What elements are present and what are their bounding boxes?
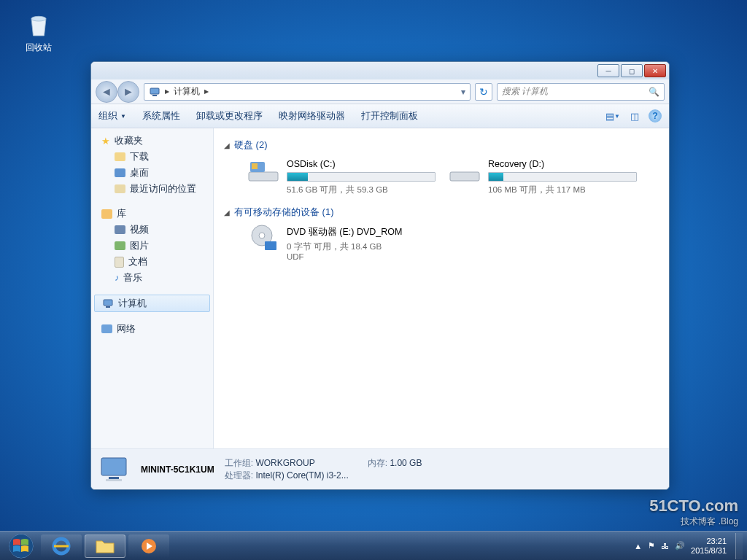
- drive-status: 106 MB 可用，共 117 MB: [488, 184, 637, 195]
- sidebar-item-desktop[interactable]: 桌面: [94, 165, 210, 181]
- capacity-bar: [488, 172, 637, 182]
- sidebar-item-network[interactable]: 网络: [94, 321, 210, 337]
- recent-icon: [115, 184, 125, 193]
- svg-rect-2: [152, 95, 157, 96]
- wmp-icon: [140, 537, 158, 555]
- sidebar-item-videos[interactable]: 视频: [94, 222, 210, 238]
- hdd-icon: [449, 159, 481, 184]
- drive-status: 0 字节 可用，共 18.4 GB: [287, 241, 431, 252]
- action-center-icon[interactable]: ⚑: [648, 541, 655, 551]
- drive-filesystem: UDF: [287, 252, 431, 261]
- volume-icon[interactable]: 🔊: [675, 541, 685, 551]
- taskbar-ie[interactable]: [41, 534, 82, 558]
- organize-menu[interactable]: 组织 ▼: [98, 110, 126, 122]
- category-hard-disks[interactable]: ◢硬盘 (2): [224, 139, 659, 152]
- sidebar-item-recent[interactable]: 最近访问的位置: [94, 181, 210, 197]
- breadcrumb[interactable]: ▶ 计算机 ▶ ▾: [144, 83, 471, 101]
- navigation-pane: ★收藏夹 下载 桌面 最近访问的位置 库 视频 图片 文档 ♪音乐 计算机 网络: [91, 128, 214, 448]
- music-icon: ♪: [115, 273, 119, 283]
- breadcrumb-dropdown-icon[interactable]: ▾: [461, 87, 465, 97]
- folder-icon: [95, 538, 115, 554]
- tray-chevron-icon[interactable]: ▲: [634, 542, 642, 551]
- help-button[interactable]: ?: [649, 109, 662, 122]
- svg-rect-3: [104, 300, 112, 306]
- breadcrumb-text: 计算机: [174, 85, 200, 98]
- category-removable[interactable]: ◢有可移动存储的设备 (1): [224, 206, 659, 219]
- desktop-icon-label: 回收站: [13, 42, 64, 54]
- nav-back-button[interactable]: ◄: [96, 81, 117, 103]
- sidebar-item-downloads[interactable]: 下载: [94, 149, 210, 165]
- sidebar-item-music[interactable]: ♪音乐: [94, 270, 210, 286]
- drive-name: Recovery (D:): [488, 159, 637, 169]
- sidebar-item-libraries[interactable]: 库: [94, 206, 210, 222]
- watermark: 51CTO.com 技术博客 .Blog: [649, 497, 738, 528]
- window-titlebar: ─ ◻ ✕: [91, 62, 669, 79]
- nav-forward-button[interactable]: ►: [117, 81, 139, 103]
- sidebar-item-documents[interactable]: 文档: [94, 254, 210, 270]
- map-network-drive-button[interactable]: 映射网络驱动器: [279, 110, 345, 122]
- desktop-icon-recycle-bin[interactable]: 回收站: [13, 10, 64, 54]
- close-button[interactable]: ✕: [644, 64, 666, 77]
- recycle-bin-icon: [24, 10, 53, 39]
- windows-logo-icon: [9, 534, 34, 559]
- svg-rect-8: [450, 172, 479, 181]
- drive-name: DVD 驱动器 (E:) DVD_ROM: [287, 226, 431, 238]
- drive-e-dvd[interactable]: DVD 驱动器 (E:) DVD_ROM 0 字节 可用，共 18.4 GB U…: [247, 226, 431, 261]
- computer-icon: [102, 298, 114, 309]
- desktop-icon: [115, 168, 125, 177]
- view-mode-button[interactable]: ▤▼: [605, 108, 621, 124]
- show-desktop-button[interactable]: [735, 533, 743, 559]
- sidebar-item-pictures[interactable]: 图片: [94, 238, 210, 254]
- taskbar-clock[interactable]: 23:21 2015/8/31: [691, 537, 727, 556]
- start-button[interactable]: [4, 533, 38, 559]
- svg-point-0: [31, 16, 46, 21]
- taskbar: ▲ ⚑ 🖧 🔊 23:21 2015/8/31: [0, 531, 747, 560]
- document-icon: [115, 257, 124, 268]
- system-tray[interactable]: ▲ ⚑ 🖧 🔊 23:21 2015/8/31: [634, 533, 743, 559]
- explorer-window: ─ ◻ ✕ ◄ ► ▶ 计算机 ▶ ▾ ↻ 搜索 计算机 🔍 组织 ▼ 系统属性…: [90, 61, 670, 490]
- uninstall-programs-button[interactable]: 卸载或更改程序: [196, 110, 263, 122]
- search-box[interactable]: 搜索 计算机 🔍: [497, 83, 665, 101]
- svg-rect-1: [150, 88, 159, 94]
- taskbar-media-player[interactable]: [128, 534, 169, 558]
- breadcrumb-sep: ▶: [165, 88, 169, 95]
- svg-rect-13: [109, 477, 119, 479]
- star-icon: ★: [101, 136, 110, 147]
- ie-icon: [52, 537, 71, 556]
- address-bar: ◄ ► ▶ 计算机 ▶ ▾ ↻ 搜索 计算机 🔍: [91, 79, 669, 104]
- network-icon: [101, 324, 112, 333]
- network-icon[interactable]: 🖧: [661, 542, 669, 551]
- svg-rect-4: [106, 306, 110, 308]
- capacity-bar: [287, 172, 436, 182]
- hdd-icon: [247, 159, 279, 184]
- drive-status: 51.6 GB 可用，共 59.3 GB: [287, 184, 436, 195]
- collapse-icon: ◢: [224, 209, 230, 217]
- drive-d[interactable]: Recovery (D:) 106 MB 可用，共 117 MB: [449, 159, 632, 195]
- folder-icon: [115, 152, 125, 161]
- svg-rect-14: [106, 479, 122, 481]
- video-icon: [115, 225, 125, 234]
- refresh-button[interactable]: ↻: [475, 83, 492, 101]
- library-icon: [101, 209, 112, 219]
- computer-large-icon: [98, 455, 131, 484]
- maximize-button[interactable]: ◻: [621, 64, 643, 77]
- drive-c[interactable]: OSDisk (C:) 51.6 GB 可用，共 59.3 GB: [247, 159, 431, 195]
- computer-icon: [149, 86, 160, 98]
- preview-pane-button[interactable]: ◫: [627, 108, 643, 124]
- sidebar-item-computer[interactable]: 计算机: [94, 295, 210, 312]
- sidebar-item-favorites[interactable]: ★收藏夹: [94, 133, 210, 149]
- search-icon: 🔍: [649, 87, 659, 97]
- taskbar-explorer[interactable]: [85, 534, 125, 558]
- computer-name: MININT-5C1K1UM: [141, 464, 214, 475]
- svg-point-10: [259, 233, 265, 238]
- picture-icon: [115, 241, 125, 250]
- svg-rect-12: [101, 458, 126, 475]
- system-properties-button[interactable]: 系统属性: [142, 110, 180, 122]
- svg-rect-5: [249, 172, 278, 181]
- details-pane: MININT-5C1K1UM 工作组: WORKGROUP 处理器: Intel…: [91, 448, 669, 489]
- collapse-icon: ◢: [224, 141, 230, 149]
- open-control-panel-button[interactable]: 打开控制面板: [361, 110, 418, 122]
- minimize-button[interactable]: ─: [597, 64, 619, 77]
- command-bar: 组织 ▼ 系统属性 卸载或更改程序 映射网络驱动器 打开控制面板 ▤▼ ◫ ?: [91, 104, 669, 128]
- dvd-icon: [247, 226, 279, 251]
